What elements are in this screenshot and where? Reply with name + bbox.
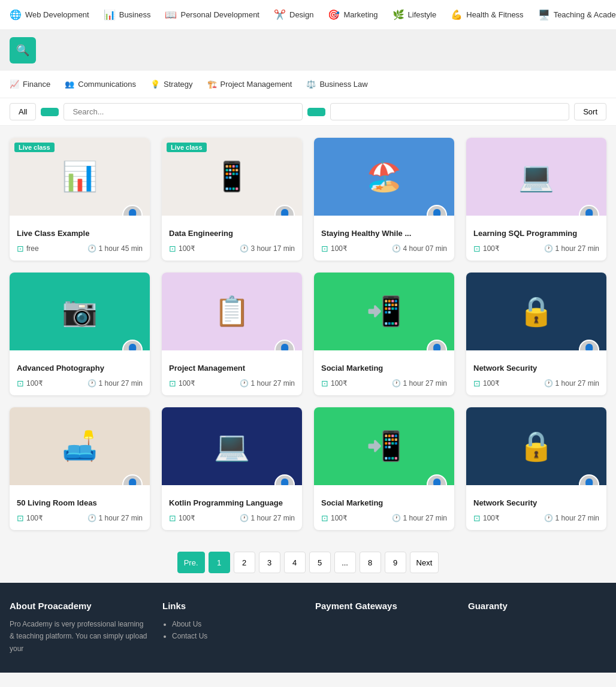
pagination-next[interactable]: Next — [410, 552, 439, 573]
price-icon: ⊡ — [17, 379, 24, 388]
top-nav-item-teaching-&-academics[interactable]: 🖥️Teaching & Academics — [538, 9, 616, 20]
course-thumbnail: 💻 👤 — [466, 138, 606, 216]
clock-icon: 🕐 — [87, 244, 96, 253]
pagination-prev[interactable]: Pre. — [177, 552, 205, 573]
course-duration: 🕐 1 hour 27 min — [544, 379, 599, 388]
course-duration: 🕐 1 hour 27 min — [544, 244, 599, 253]
course-thumbnail: 📲 👤 — [314, 407, 454, 485]
pagination-page-...[interactable]: ... — [334, 552, 356, 573]
course-title: Kotlin Programming Language — [169, 498, 295, 507]
price-value: 100₹ — [483, 379, 500, 388]
price-value: 100₹ — [179, 244, 195, 253]
footer-link-item[interactable]: About Us — [172, 618, 301, 630]
course-thumbnail: 🔒 👤 — [466, 273, 606, 350]
clock-icon: 🕐 — [392, 379, 401, 388]
filter-sort[interactable]: Sort — [574, 103, 606, 120]
sub-nav-item-project-management[interactable]: 🏗️Project Management — [207, 80, 292, 89]
pagination-page-8[interactable]: 8 — [360, 552, 381, 573]
course-info: Staying Healthy While ... ⊡ 100₹ 🕐 4 hou… — [314, 216, 454, 261]
top-nav-item-web-development[interactable]: 🌐Web Development — [10, 9, 89, 20]
sub-nav-item-business-law[interactable]: ⚖️Business Law — [306, 80, 367, 89]
footer-about-title: About Proacademy — [10, 601, 148, 611]
course-title: Data Engineering — [169, 229, 295, 238]
course-thumbnail: 🏖️ 👤 — [314, 138, 454, 216]
course-card[interactable]: 🛋️ 👤 50 Living Room Ideas ⊡ 100₹ 🕐 1 hou… — [10, 407, 150, 530]
sub-nav-label: Communications — [78, 80, 136, 89]
pagination-page-9[interactable]: 9 — [385, 552, 406, 573]
footer-link-item[interactable]: Contact Us — [172, 630, 301, 642]
course-price: ⊡ 100₹ — [169, 244, 195, 253]
clock-icon: 🕐 — [240, 514, 249, 522]
course-card[interactable]: 📱 Live class 👤 Data Engineering ⊡ 100₹ 🕐… — [162, 138, 302, 261]
search-button[interactable]: 🔍 — [10, 37, 36, 63]
filter-input[interactable] — [64, 103, 303, 120]
filter-active-2[interactable] — [307, 108, 325, 116]
course-thumb-bg: 🏖️ — [314, 138, 454, 216]
top-nav-item-personal-development[interactable]: 📖Personal Development — [165, 9, 259, 20]
course-price: ⊡ 100₹ — [17, 513, 43, 523]
clock-icon: 🕐 — [544, 514, 553, 522]
sub-nav-item-strategy[interactable]: 💡Strategy — [150, 80, 192, 89]
duration-value: 1 hour 45 min — [99, 244, 143, 253]
course-card[interactable]: 🔒 👤 Network Security ⊡ 100₹ 🕐 1 hour 27 … — [466, 407, 606, 530]
course-card[interactable]: 📊 Live class 👤 Live Class Example ⊡ free… — [10, 138, 150, 261]
price-icon: ⊡ — [473, 513, 481, 523]
filter-input-2[interactable] — [330, 103, 569, 120]
course-card[interactable]: 🏖️ 👤 Staying Healthy While ... ⊡ 100₹ 🕐 … — [314, 138, 454, 261]
sub-nav-item-communications[interactable]: 👥Communications — [65, 80, 136, 89]
course-duration: 🕐 1 hour 27 min — [392, 379, 447, 388]
search-bar-area: 🔍 — [0, 30, 616, 71]
top-nav-item-design[interactable]: ✂️Design — [274, 9, 313, 20]
filter-all[interactable]: All — [10, 103, 36, 120]
course-duration: 🕐 3 hour 17 min — [240, 244, 295, 253]
course-title: Network Security — [473, 498, 599, 507]
course-meta: ⊡ 100₹ 🕐 1 hour 27 min — [321, 379, 447, 388]
top-nav-item-business[interactable]: 📊Business — [104, 9, 151, 20]
course-meta: ⊡ 100₹ 🕐 1 hour 27 min — [17, 513, 143, 523]
price-icon: ⊡ — [321, 244, 328, 253]
course-card[interactable]: 📷 👤 Advanced Photography ⊡ 100₹ 🕐 1 hour… — [10, 273, 150, 395]
price-value: 100₹ — [483, 514, 500, 522]
filter-active[interactable] — [41, 108, 59, 116]
course-thumbnail: 📊 Live class 👤 — [10, 138, 150, 216]
course-card[interactable]: 📲 👤 Social Marketing ⊡ 100₹ 🕐 1 hour 27 … — [314, 273, 454, 395]
course-info: Social Marketing ⊡ 100₹ 🕐 1 hour 27 min — [314, 350, 454, 395]
duration-value: 1 hour 27 min — [251, 379, 295, 388]
course-card[interactable]: 💻 👤 Kotlin Programming Language ⊡ 100₹ 🕐… — [162, 407, 302, 530]
duration-value: 4 hour 07 min — [403, 244, 447, 253]
footer-about-text: Pro Academy is very professional learnin… — [10, 618, 148, 655]
nav-icon: 📊 — [104, 9, 116, 20]
course-duration: 🕐 1 hour 27 min — [240, 514, 295, 522]
course-thumb-bg: 📷 — [10, 273, 150, 350]
pagination-page-1[interactable]: 1 — [209, 552, 230, 573]
course-thumb-bg: 📋 — [162, 273, 302, 350]
duration-value: 1 hour 27 min — [403, 379, 447, 388]
sub-nav-label: Project Management — [221, 80, 292, 89]
pagination-page-2[interactable]: 2 — [234, 552, 255, 573]
pagination-page-4[interactable]: 4 — [284, 552, 306, 573]
pagination: Pre.12345...89Next — [0, 542, 616, 583]
course-price: ⊡ 100₹ — [473, 379, 500, 388]
course-info: Learning SQL Programming ⊡ 100₹ 🕐 1 hour… — [466, 216, 606, 261]
top-nav-item-health-&-fitness[interactable]: 💪Health & Fitness — [451, 9, 523, 20]
course-card[interactable]: 📲 👤 Social Marketing ⊡ 100₹ 🕐 1 hour 27 … — [314, 407, 454, 530]
course-meta: ⊡ 100₹ 🕐 1 hour 27 min — [169, 379, 295, 388]
course-thumb-bg: 📲 — [314, 273, 454, 350]
course-card[interactable]: 💻 👤 Learning SQL Programming ⊡ 100₹ 🕐 1 … — [466, 138, 606, 261]
nav-label: Teaching & Academics — [554, 10, 616, 19]
course-card[interactable]: 🔒 👤 Network Security ⊡ 100₹ 🕐 1 hour 27 … — [466, 273, 606, 395]
course-card[interactable]: 📋 👤 Project Management ⊡ 100₹ 🕐 1 hour 2… — [162, 273, 302, 395]
top-nav-item-marketing[interactable]: 🎯Marketing — [328, 9, 378, 20]
course-info: Network Security ⊡ 100₹ 🕐 1 hour 27 min — [466, 485, 606, 530]
pagination-page-3[interactable]: 3 — [259, 552, 280, 573]
sub-nav-item-finance[interactable]: 📈Finance — [10, 80, 50, 89]
course-meta: ⊡ 100₹ 🕐 1 hour 27 min — [321, 513, 447, 523]
price-value: 100₹ — [483, 244, 500, 253]
top-nav-item-lifestyle[interactable]: 🌿Lifestyle — [392, 9, 437, 20]
clock-icon: 🕐 — [392, 244, 401, 253]
nav-icon: 🌿 — [392, 9, 404, 20]
course-title: Staying Healthy While ... — [321, 229, 447, 238]
nav-label: Business — [119, 10, 151, 19]
course-info: Project Management ⊡ 100₹ 🕐 1 hour 27 mi… — [162, 350, 302, 395]
pagination-page-5[interactable]: 5 — [309, 552, 331, 573]
